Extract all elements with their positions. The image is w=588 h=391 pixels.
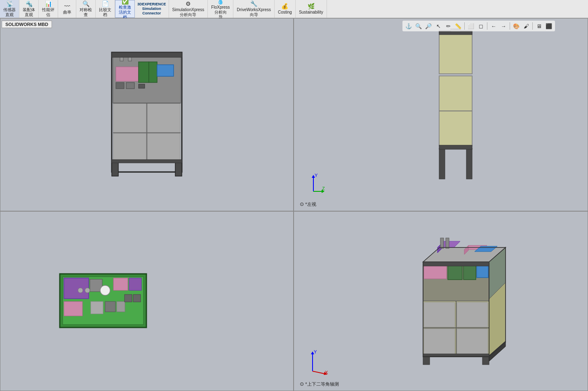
- search-btn[interactable]: 🔍: [414, 21, 423, 31]
- svg-rect-9: [157, 65, 174, 76]
- costing-icon: 💰: [281, 3, 288, 10]
- svg-rect-10: [116, 82, 124, 89]
- measure-btn[interactable]: 📏: [454, 21, 463, 31]
- svg-rect-20: [112, 52, 182, 57]
- svg-rect-41: [64, 301, 82, 316]
- anchor-btn[interactable]: ⚓: [404, 21, 413, 31]
- svg-rect-51: [133, 294, 141, 302]
- menu-symmetry[interactable]: 🔍 对称检查: [76, 0, 96, 18]
- svg-rect-16: [113, 104, 146, 132]
- palette-btn[interactable]: 🖌: [522, 21, 531, 31]
- menu-curvature[interactable]: 〰 曲率: [58, 0, 76, 18]
- svg-rect-33: [466, 148, 472, 179]
- iso-view-label: ⊙ *上下二等角轴测: [300, 381, 339, 387]
- svg-text:Y: Y: [315, 173, 318, 178]
- menu-bar: 📡 传感器 直观 🔩 装配体直观 📊 性能评估 〰 曲率 🔍 对称检查 📄 比较…: [0, 0, 588, 18]
- svg-rect-78: [424, 329, 455, 355]
- svg-rect-50: [125, 294, 132, 302]
- svg-point-49: [85, 288, 90, 293]
- box-btn[interactable]: ⬜: [466, 21, 475, 31]
- cursor-btn[interactable]: ↖: [434, 21, 443, 31]
- svg-rect-7: [139, 62, 149, 82]
- svg-rect-17: [147, 104, 180, 132]
- viewport-bottom-right[interactable]: Y X ⊙ *上下二等角轴测: [294, 211, 588, 391]
- axes-xyz: Y X: [302, 349, 329, 376]
- svg-rect-11: [126, 82, 134, 89]
- svg-rect-1: [112, 162, 118, 176]
- performance-icon: 📊: [45, 0, 52, 7]
- arrow-left-btn[interactable]: ←: [489, 21, 498, 31]
- menu-sustainability[interactable]: 🌿 Sustainability: [296, 0, 327, 18]
- svg-rect-6: [116, 67, 139, 81]
- toolbar-sep3: [510, 22, 510, 30]
- svg-text:Y: Y: [314, 349, 317, 354]
- svg-rect-89: [423, 354, 489, 356]
- toolbar-right: ⚓ 🔍 🔎 ↖ ✏ 📏 ⬜ ◻ ← → 🎨 🖌 🖥 ⬛: [402, 21, 555, 31]
- front-view-model: [108, 50, 186, 179]
- menu-compare-doc[interactable]: 📄 比较文档: [96, 0, 115, 18]
- svg-rect-79: [457, 329, 488, 355]
- viewport-top-left[interactable]: [0, 18, 294, 211]
- search2-btn[interactable]: 🔎: [424, 21, 433, 31]
- svg-rect-32: [439, 148, 445, 179]
- svg-rect-2: [175, 162, 182, 176]
- toolbar-sep4: [532, 22, 533, 30]
- side-view-model: [431, 28, 480, 182]
- svg-rect-34: [439, 145, 472, 149]
- box2-btn[interactable]: ◻: [476, 21, 485, 31]
- assembly-icon: 🔩: [26, 0, 33, 7]
- svg-rect-21: [112, 160, 182, 163]
- viewport-bottom-left[interactable]: [0, 211, 294, 391]
- sensors-icon: 📡: [6, 0, 13, 7]
- left-view-label: ⊙ *左视: [300, 201, 316, 207]
- svg-rect-46: [105, 301, 115, 312]
- svg-rect-76: [424, 302, 455, 327]
- menu-3dexperience[interactable]: 3DEXPERIENCESimulationConnector: [135, 0, 169, 18]
- menu-assembly[interactable]: 🔩 装配体直观: [19, 0, 39, 18]
- monitor-btn[interactable]: 🖥: [534, 21, 543, 31]
- svg-rect-18: [113, 133, 146, 161]
- compare-doc-icon: 📄: [102, 0, 109, 7]
- svg-rect-88: [423, 262, 489, 266]
- sustainability-icon: 🌿: [308, 3, 315, 10]
- menu-floworks[interactable]: 💧 FloXpress分析向导: [208, 0, 233, 18]
- arrow-right-btn[interactable]: →: [499, 21, 508, 31]
- color-btn[interactable]: 🎨: [512, 21, 521, 31]
- svg-rect-39: [64, 278, 89, 299]
- iso-view-model: [411, 229, 518, 366]
- svg-rect-45: [91, 301, 103, 314]
- svg-rect-43: [113, 278, 128, 290]
- symmetry-icon: 🔍: [82, 0, 89, 7]
- svg-rect-28: [439, 31, 472, 74]
- svg-text:X: X: [325, 370, 328, 375]
- svg-rect-44: [129, 278, 141, 290]
- svg-rect-74: [477, 265, 488, 278]
- menu-sensors[interactable]: 📡 传感器 直观: [0, 0, 19, 18]
- monitor2-btn[interactable]: ⬛: [544, 21, 553, 31]
- svg-rect-19: [147, 133, 180, 161]
- floworks-icon: 💧: [217, 0, 224, 5]
- svg-rect-69: [446, 238, 449, 248]
- svg-text:Z: Z: [322, 186, 325, 191]
- svg-rect-68: [440, 238, 444, 248]
- svg-point-42: [100, 285, 110, 295]
- menu-performance[interactable]: 📊 性能评估: [39, 0, 58, 18]
- svg-rect-12: [139, 84, 145, 88]
- left-view-sym: ⊙: [300, 201, 305, 207]
- app-label: SOLIDWORKS MBD: [2, 21, 52, 28]
- svg-rect-77: [457, 302, 488, 327]
- svg-rect-47: [117, 301, 125, 312]
- viewport-top-right[interactable]: Y Z ⊙ *左视: [294, 18, 588, 211]
- top-view-model: [58, 272, 148, 330]
- menu-driveworks[interactable]: 🔧 DriveWorksXpress向导: [233, 0, 275, 18]
- menu-costing[interactable]: 💰 Costing: [275, 0, 296, 18]
- svg-rect-8: [149, 62, 157, 82]
- svg-point-48: [78, 288, 83, 293]
- simxpress-icon: ⚙: [186, 0, 191, 7]
- toolbar-sep1: [464, 22, 465, 30]
- check-doc-icon: ✅: [122, 0, 129, 5]
- menu-check-doc[interactable]: ✅ 检查激活的文档: [115, 0, 135, 18]
- axes-yz: Y Z: [302, 173, 325, 196]
- pen-btn[interactable]: ✏: [444, 21, 453, 31]
- menu-simxpress[interactable]: ⚙ SimulationXpress分析向导: [169, 0, 208, 18]
